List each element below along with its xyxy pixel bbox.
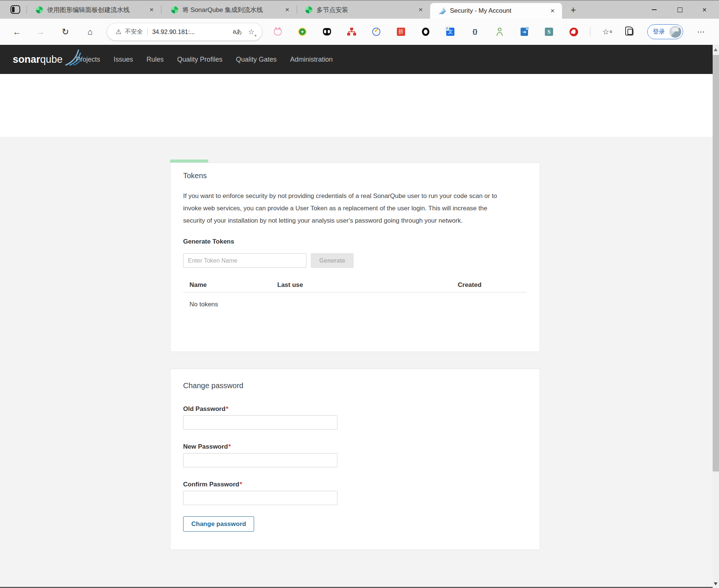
forward-button[interactable]: → [34, 25, 47, 38]
nav-quality-gates[interactable]: Quality Gates [236, 56, 277, 64]
tokens-description: If you want to enforce security by not p… [183, 190, 509, 227]
share-doc-extension-icon[interactable]: ➔ [512, 25, 537, 38]
browser-tab-1[interactable]: 使用图形编辑面板创建流水线 × [27, 1, 161, 19]
tab-workspaces-icon[interactable] [10, 5, 20, 14]
login-label: 登录 [653, 28, 665, 36]
browser-tab-3[interactable]: 多节点安装 × [297, 1, 430, 19]
new-password-input[interactable] [183, 453, 337, 467]
url-text[interactable]: 34.92.90.181:... [152, 28, 195, 35]
column-created: Created [458, 281, 481, 289]
tokens-table-header: Name Last use Created [183, 281, 527, 293]
tokens-title: Tokens [183, 171, 527, 180]
scrollbar-thumb[interactable] [713, 55, 719, 471]
letter-s-extension-icon[interactable]: S [537, 25, 561, 38]
browser-tab-active[interactable]: Security - My Account × [430, 3, 562, 19]
address-divider [147, 28, 148, 35]
nav-projects[interactable]: Projects [76, 56, 100, 64]
tokens-table: Name Last use Created No tokens [183, 281, 527, 308]
tab-close-icon[interactable]: × [419, 6, 423, 14]
confirm-password-label: Confirm Password* [183, 481, 527, 488]
scroll-down-arrow-icon[interactable] [714, 582, 718, 585]
tab-title: Security - My Account [450, 7, 511, 15]
login-button[interactable]: 登录 [647, 24, 683, 39]
sitemap-extension-icon[interactable] [339, 25, 364, 38]
sonarqube-favicon-icon [438, 7, 446, 15]
tokens-card: Tokens If you want to enforce security b… [170, 163, 540, 352]
huawei-cloud-favicon-icon [305, 6, 312, 13]
old-password-label: Old Password* [183, 405, 527, 413]
not-secure-label[interactable]: 不安全 [125, 28, 143, 36]
cat-extension-icon[interactable] [265, 25, 290, 38]
nav-rules[interactable]: Rules [146, 56, 164, 64]
old-password-input[interactable] [183, 415, 337, 430]
add-favorite-star-icon[interactable]: ☆ [248, 28, 254, 36]
window-close-button[interactable]: × [696, 1, 713, 19]
nav-administration[interactable]: Administration [290, 56, 333, 64]
browser-window: 使用图形编辑面板创建流水线 × 将 SonarQube 集成到流水线 × 多节点… [0, 0, 719, 588]
sonarqube-logo[interactable]: sonarqube [13, 45, 83, 74]
back-button[interactable]: ← [10, 25, 24, 38]
change-password-title: Change password [183, 381, 527, 390]
braces-extension-icon[interactable]: {} [463, 25, 487, 38]
new-password-label: New Password* [183, 443, 527, 451]
nav-issues[interactable]: Issues [114, 56, 133, 64]
home-button[interactable]: ⌂ [83, 25, 97, 38]
profile-photo-avatar [669, 26, 681, 38]
change-password-button[interactable]: Change password [183, 516, 254, 532]
change-password-card: Change password Old Password* New Passwo… [170, 369, 540, 550]
required-asterisk: * [226, 405, 228, 412]
logo-text-bold: sonar [13, 54, 40, 65]
confirm-password-input[interactable] [183, 491, 337, 505]
browser-tab-bar: 使用图形编辑面板创建流水线 × 将 SonarQube 集成到流水线 × 多节点… [0, 1, 719, 19]
column-last-use: Last use [277, 281, 303, 289]
collections-icon[interactable] [625, 27, 633, 35]
no-tokens-message: No tokens [183, 293, 527, 308]
tab-close-icon[interactable]: × [550, 7, 555, 15]
generate-button[interactable]: Generate [311, 253, 354, 268]
translate-icon[interactable]: aあ [233, 28, 242, 36]
logo-text-light: qube [40, 54, 63, 65]
window-maximize-button[interactable] [671, 1, 688, 19]
github-extension-icon[interactable] [315, 25, 339, 38]
refresh-button[interactable]: ↻ [59, 25, 72, 38]
todo-check-extension-icon[interactable] [364, 25, 389, 38]
toolbar-divider [590, 27, 590, 37]
browser-toolbar: ← → ↻ ⌂ ⚠ 不安全 34.92.90.181:... aあ ☆ + [0, 19, 719, 45]
tab-title: 多节点安装 [317, 6, 348, 14]
health-plus-extension-icon[interactable]: + [290, 25, 315, 38]
address-bar[interactable]: ⚠ 不安全 34.92.90.181:... aあ ☆ [107, 23, 262, 41]
tab-close-icon[interactable]: × [285, 6, 289, 14]
huawei-cloud-favicon-icon [36, 6, 43, 13]
main-nav: Projects Issues Rules Quality Profiles Q… [76, 45, 333, 74]
favorites-hub-icon[interactable]: ☆ [601, 25, 614, 38]
page-scrollbar[interactable] [713, 45, 719, 588]
tab-title: 使用图形编辑面板创建流水线 [47, 6, 130, 14]
account-header: A Administrator Profile Security Notific… [0, 74, 719, 137]
huawei-cloud-favicon-icon [171, 6, 178, 13]
translate-extension-icon[interactable]: 文A [438, 25, 463, 38]
not-secure-warning-icon: ⚠ [115, 28, 121, 36]
required-asterisk: * [240, 481, 242, 488]
generate-tokens-heading: Generate Tokens [183, 238, 527, 245]
person-extension-icon[interactable] [487, 25, 512, 38]
tab-title: 将 SonarQube 集成到流水线 [182, 6, 263, 14]
browser-menu-icon[interactable]: ⋯ [694, 25, 708, 38]
sonarqube-navbar: sonarqube Projects Issues Rules Quality … [0, 45, 719, 74]
discount-extension-icon[interactable]: 折 [389, 25, 413, 38]
token-name-input[interactable] [183, 253, 306, 268]
new-tab-button[interactable]: + [567, 4, 579, 16]
scroll-up-arrow-icon[interactable] [714, 48, 718, 51]
window-minimize-button[interactable] [645, 1, 663, 19]
nav-quality-profiles[interactable]: Quality Profiles [177, 56, 222, 64]
change-password-form: Old Password* New Password* Confirm Pass… [183, 405, 527, 532]
stop-hand-extension-icon[interactable] [561, 25, 586, 38]
browser-tab-2[interactable]: 将 SonarQube 集成到流水线 × [161, 1, 297, 19]
tab-close-icon[interactable]: × [149, 6, 154, 14]
black-ring-extension-icon[interactable] [413, 25, 438, 38]
extensions-row: + 折 文A {} ➔ S [265, 25, 586, 38]
required-asterisk: * [228, 443, 231, 450]
column-name: Name [189, 281, 207, 289]
